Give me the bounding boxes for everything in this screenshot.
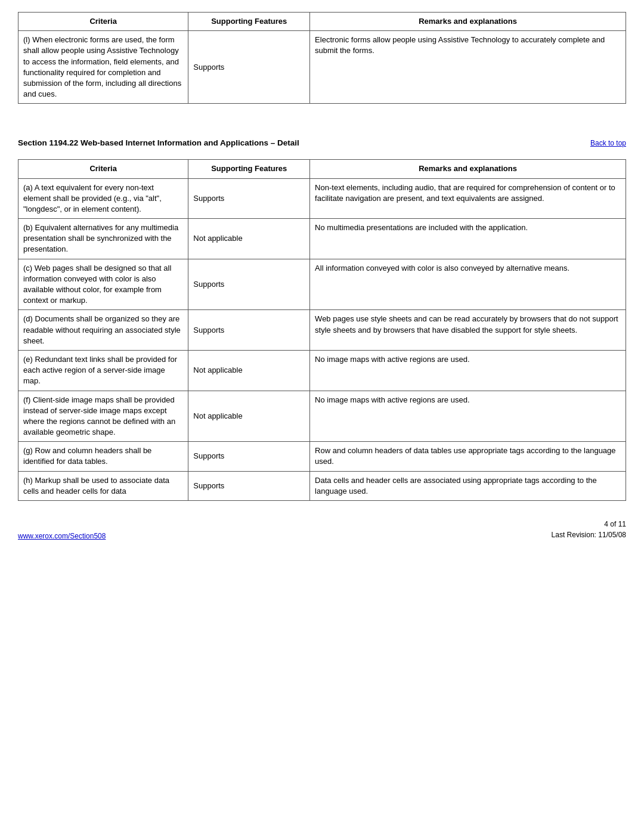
supporting-cell-2: Supports: [188, 259, 310, 310]
table-row: (c) Web pages shall be designed so that …: [18, 259, 626, 310]
footer-right: 4 of 11 Last Revision: 11/05/08: [552, 519, 626, 540]
table-row: (h) Markup shall be used to associate da…: [18, 471, 626, 500]
main-table: Criteria Supporting Features Remarks and…: [18, 159, 626, 501]
remarks-cell-2: All information conveyed with color is a…: [310, 259, 626, 310]
table-row: (l) When electronic forms are used, the …: [18, 31, 626, 104]
table-row: (e) Redundant text links shall be provid…: [18, 350, 626, 391]
page-footer: www.xerox.com/Section508 4 of 11 Last Re…: [18, 519, 626, 540]
table-row: (b) Equivalent alternatives for any mult…: [18, 219, 626, 259]
criteria-cell-1: (b) Equivalent alternatives for any mult…: [18, 219, 188, 259]
remarks-cell-5: No image maps with active regions are us…: [310, 391, 626, 442]
criteria-cell-4: (e) Redundant text links shall be provid…: [18, 350, 188, 391]
remarks-cell-1: No multimedia presentations are included…: [310, 219, 626, 259]
remarks-cell-3: Web pages use style sheets and can be re…: [310, 310, 626, 351]
page-wrapper: Criteria Supporting Features Remarks and…: [18, 12, 626, 540]
criteria-cell-3: (d) Documents shall be organized so they…: [18, 310, 188, 351]
remarks-cell-l: Electronic forms allow people using Assi…: [310, 31, 626, 104]
top-header-supporting: Supporting Features: [188, 13, 310, 31]
supporting-cell-5: Not applicable: [188, 391, 310, 442]
supporting-cell-0: Supports: [188, 178, 310, 219]
last-revision: Last Revision: 11/05/08: [552, 529, 626, 540]
section-gap: [18, 122, 626, 138]
remarks-cell-0: Non-text elements, including audio, that…: [310, 178, 626, 219]
supporting-cell-7: Supports: [188, 471, 310, 500]
page-number: 4 of 11: [552, 519, 626, 529]
main-header-criteria: Criteria: [18, 160, 188, 178]
supporting-cell-4: Not applicable: [188, 350, 310, 391]
main-header-remarks: Remarks and explanations: [310, 160, 626, 178]
footer-link[interactable]: www.xerox.com/Section508: [18, 532, 106, 540]
table-row: (g) Row and column headers shall be iden…: [18, 442, 626, 471]
small-gap: [18, 152, 626, 159]
table-row: (d) Documents shall be organized so they…: [18, 310, 626, 351]
supporting-cell-3: Supports: [188, 310, 310, 351]
section-heading-row: Section 1194.22 Web-based Internet Infor…: [18, 138, 626, 147]
criteria-cell-5: (f) Client-side image maps shall be prov…: [18, 391, 188, 442]
remarks-cell-7: Data cells and header cells are associat…: [310, 471, 626, 500]
supporting-cell-l: Supports: [188, 31, 310, 104]
supporting-cell-6: Supports: [188, 442, 310, 471]
top-header-remarks: Remarks and explanations: [310, 13, 626, 31]
section-heading-text: Section 1194.22 Web-based Internet Infor…: [18, 138, 299, 147]
criteria-cell-7: (h) Markup shall be used to associate da…: [18, 471, 188, 500]
criteria-cell-0: (a) A text equivalent for every non-text…: [18, 178, 188, 219]
table-row: (a) A text equivalent for every non-text…: [18, 178, 626, 219]
back-to-top-link[interactable]: Back to top: [590, 139, 626, 147]
criteria-cell-2: (c) Web pages shall be designed so that …: [18, 259, 188, 310]
remarks-cell-4: No image maps with active regions are us…: [310, 350, 626, 391]
main-header-supporting: Supporting Features: [188, 160, 310, 178]
criteria-cell-l: (l) When electronic forms are used, the …: [18, 31, 188, 104]
criteria-cell-6: (g) Row and column headers shall be iden…: [18, 442, 188, 471]
top-table: Criteria Supporting Features Remarks and…: [18, 12, 626, 104]
remarks-cell-6: Row and column headers of data tables us…: [310, 442, 626, 471]
top-header-criteria: Criteria: [18, 13, 188, 31]
table-row: (f) Client-side image maps shall be prov…: [18, 391, 626, 442]
supporting-cell-1: Not applicable: [188, 219, 310, 259]
top-section: Criteria Supporting Features Remarks and…: [18, 12, 626, 104]
